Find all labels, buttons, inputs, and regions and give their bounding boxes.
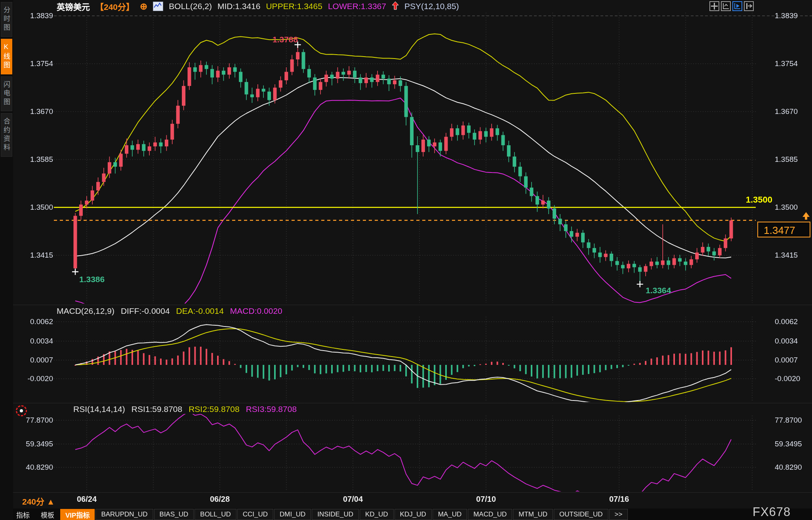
indicator-tabbar: 指标模板VIP指标BARUPDN_UDBIAS_UDBOLL_UDCCI_UDD… [11,509,628,520]
rsi-axis-label: 77.8700 [775,416,811,425]
date-axis-label: 07/04 [329,495,377,504]
boll-upper-value: UPPER:1.3465 [266,2,322,11]
price-axis-label: 1.3670 [775,107,811,116]
indicator-tab-[interactable]: >> [609,509,628,520]
indicator-tab-cciud[interactable]: CCI_UD [237,509,273,520]
boll-lower-value: LOWER:1.3367 [328,2,386,11]
indicator-tab-barupdnud[interactable]: BARUPDN_UD [95,509,153,520]
macd-axis-label: 0.0007 [11,356,53,364]
session-low-label: 1.3386 [79,275,105,284]
add-indicator-icon[interactable]: ⊕ [140,1,147,12]
chart-toolbar [709,1,754,11]
indicator-tab-insideud[interactable]: INSIDE_UD [312,509,359,520]
indicator-tab-outsideud[interactable]: OUTSIDE_UD [554,509,608,520]
macd-value: MACD:0.0020 [230,306,282,316]
price-axis-label: 1.3754 [11,59,53,68]
macd-axis-label: -0.0020 [11,374,53,383]
indicator-tab-dmiud[interactable]: DMI_UD [274,509,311,520]
sidebar-item-tab[interactable]: 分时图 [1,2,12,37]
macd-diff-value: DIFF:-0.0004 [121,306,170,316]
macd-axis-label: 0.0062 [775,317,811,326]
indicator-tab-[interactable]: 指标 [11,509,35,520]
sidebar-item-tab[interactable]: 闪电图 [1,76,12,111]
boll-indicator-label[interactable]: BOLL(26,2) [169,2,212,11]
horizontal-line-label: 1.3500 [697,195,772,205]
indicator-tab-kdud[interactable]: KD_UD [360,509,394,520]
boll-mid-value: MID:1.3416 [217,2,261,11]
macd-axis-label: -0.0020 [775,374,811,383]
swing-low-label: 1.3364 [646,286,671,295]
indicator-tab-[interactable]: 模板 [36,509,59,520]
kline-chart-icon[interactable] [153,2,163,11]
price-axis-label: 1.3670 [11,107,53,116]
price-axis-label: 1.3500 [775,203,811,212]
indicator-tab-macdud[interactable]: MACD_UD [468,509,512,520]
macd-axis-label: 0.0062 [11,317,53,326]
chart-type-sidebar: 分时图K线图闪电图合约资料 [0,0,13,520]
indicator-tab-maud[interactable]: MA_UD [433,509,467,520]
symbol-name: 英镑美元 [57,0,90,12]
date-axis-label: 06/28 [196,495,244,504]
rsi-axis-label: 40.8290 [775,463,811,472]
rsi2-value: RSI2:59.8708 [189,404,239,414]
date-axis-label: 06/24 [63,495,111,504]
indicator-tab-biasud[interactable]: BIAS_UD [154,509,194,520]
price-axis-label: 1.3585 [11,155,53,164]
rsi1-value: RSI1:59.8708 [132,404,182,414]
rsi-axis-label: 59.3495 [775,440,811,448]
psy-indicator-label[interactable]: PSY(12,10,85) [404,2,459,11]
macd-header: MACD(26,12,9) DIFF:-0.0004 DEA:-0.0014 M… [57,306,282,316]
axis-exit-icon[interactable] [744,1,754,11]
macd-axis-label: 0.0034 [11,337,53,345]
axis-scale-icon[interactable] [721,1,731,11]
indicator-tab-vip[interactable]: VIP指标 [60,509,95,520]
rsi-title[interactable]: RSI(14,14,14) [73,404,125,414]
chart-header: 英镑美元 【240分】 ⊕ BOLL(26,2) MID:1.3416 UPPE… [57,1,459,12]
macd-dea-value: DEA:-0.0014 [176,306,224,316]
indicator-tab-mtmud[interactable]: MTM_UD [513,509,553,520]
swing-high-label: 1.3788 [273,35,298,44]
rsi-axis-label: 40.8290 [11,463,53,472]
price-chart-canvas[interactable] [0,0,812,520]
alarm-indicator-icon[interactable] [16,405,27,416]
macd-axis-label: 0.0007 [775,356,811,364]
footer-period-selector[interactable]: 240分 ▲ [22,495,55,507]
axis-play-icon[interactable] [732,1,742,11]
rsi-header: RSI(14,14,14) RSI1:59.8708 RSI2:59.8708 … [73,404,297,414]
timeframe-label[interactable]: 【240分】 [95,0,134,12]
price-axis-label: 1.3839 [11,11,53,20]
indicator-tab-bollud[interactable]: BOLL_UD [194,509,236,520]
rsi-axis-label: 59.3495 [11,440,53,448]
price-up-arrow-icon [802,212,810,217]
red-up-arrow-icon [392,1,399,12]
price-axis-label: 1.3585 [775,155,811,164]
date-axis-label: 07/10 [462,495,510,504]
rsi-axis-label: 77.8700 [11,416,53,425]
macd-axis-label: 0.0034 [775,337,811,345]
indicator-tab-kdjud[interactable]: KDJ_UD [395,509,432,520]
sidebar-item-active[interactable]: K线图 [1,39,12,74]
price-axis-label: 1.3415 [11,251,53,260]
price-axis-label: 1.3500 [11,203,53,212]
price-axis-label: 1.3754 [775,59,811,68]
macd-title[interactable]: MACD(26,12,9) [57,306,114,316]
brand-watermark: FX678 [753,505,791,519]
move-tool-icon[interactable] [709,1,719,11]
price-axis-label: 1.3415 [775,251,811,260]
rsi3-value: RSI3:59.8708 [246,404,297,414]
date-axis-label: 07/16 [595,495,643,504]
chart-application: 分时图K线图闪电图合约资料 英镑美元 【240分】 ⊕ BOLL(26,2) M… [0,0,812,520]
last-price-box: 1.3477 [757,222,810,237]
sidebar-item-tab[interactable]: 合约资料 [1,113,12,157]
price-axis-label: 1.3839 [775,11,811,20]
